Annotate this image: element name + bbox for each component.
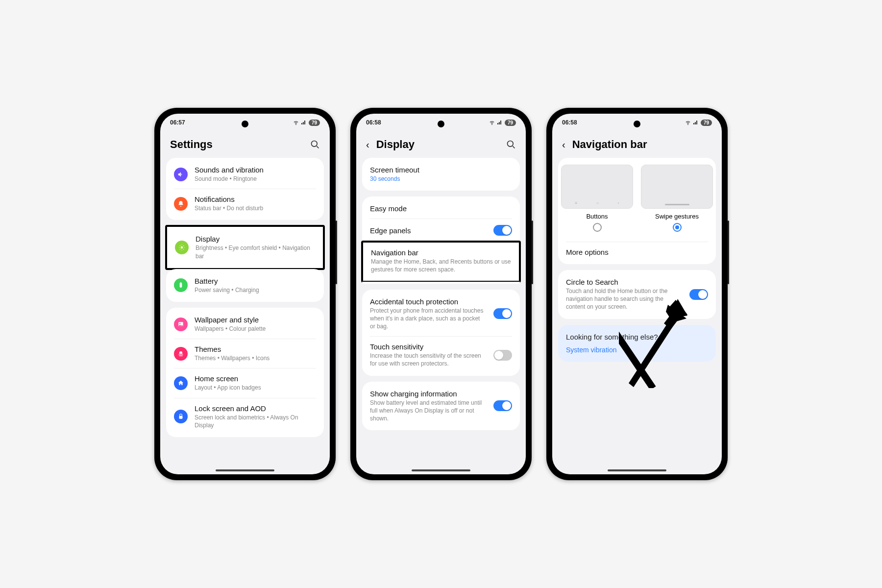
page-title: Display bbox=[376, 138, 499, 151]
screen: 06:58 79 ‹ Display Screen timeout 30 sec… bbox=[356, 114, 526, 474]
lock-screen-row[interactable]: Lock screen and AOD Screen lock and biom… bbox=[166, 398, 324, 435]
lock-icon bbox=[174, 410, 188, 423]
bell-icon bbox=[174, 197, 188, 211]
page-header: Settings bbox=[160, 131, 330, 158]
edge-panels-toggle[interactable] bbox=[493, 225, 512, 236]
phone-navbar: 06:58 79 ‹ Navigation bar ≡○‹ Buttons bbox=[546, 108, 728, 480]
easy-mode-row[interactable]: Easy mode bbox=[362, 198, 520, 219]
status-icons: 79 bbox=[293, 120, 320, 126]
battery-icon bbox=[174, 278, 188, 292]
navigation-bar-row[interactable]: Navigation bar Manage the Home, Back, an… bbox=[363, 243, 519, 280]
sounds-and-vibration-row[interactable]: Sounds and vibration Sound mode • Ringto… bbox=[166, 160, 324, 189]
screen: 06:58 79 ‹ Navigation bar ≡○‹ Buttons bbox=[552, 114, 722, 474]
themes-row[interactable]: Themes Themes • Wallpapers • Icons bbox=[166, 339, 324, 368]
row-subtitle: Layout • App icon badges bbox=[195, 384, 316, 392]
row-subtitle: Touch and hold the Home button or the na… bbox=[566, 287, 683, 311]
screen-timeout-row[interactable]: Screen timeout 30 seconds bbox=[362, 160, 520, 189]
status-time: 06:58 bbox=[562, 119, 577, 126]
accidental-touch-toggle[interactable] bbox=[493, 308, 512, 319]
row-subtitle: Brightness • Eye comfort shield • Naviga… bbox=[196, 244, 315, 260]
row-title: More options bbox=[566, 248, 708, 256]
svg-rect-2 bbox=[180, 283, 182, 288]
row-title: Wallpaper and style bbox=[195, 316, 316, 324]
nav-type-card: ≡○‹ Buttons Swipe gestures bbox=[558, 158, 716, 264]
signal-icon bbox=[497, 120, 503, 125]
gesture-handle[interactable] bbox=[412, 469, 470, 471]
charging-info-row[interactable]: Show charging information Show battery l… bbox=[362, 384, 520, 429]
battery-row[interactable]: Battery Power saving • Charging bbox=[166, 271, 324, 300]
row-title: Edge panels bbox=[370, 226, 487, 235]
status-icons: 79 bbox=[489, 120, 516, 126]
row-title: Accidental touch protection bbox=[370, 297, 487, 306]
svg-rect-6 bbox=[179, 416, 183, 419]
phone-settings: 06:57 79 Settings Sounds and vibration S… bbox=[154, 108, 336, 480]
image-icon bbox=[174, 318, 188, 331]
gesture-handle[interactable] bbox=[216, 469, 274, 471]
camera-hole-icon bbox=[438, 121, 444, 127]
home-screen-row[interactable]: Home screen Layout • App icon badges bbox=[166, 368, 324, 397]
row-title: Themes bbox=[195, 345, 316, 353]
search-icon[interactable] bbox=[506, 140, 516, 149]
camera-hole-icon bbox=[634, 121, 640, 127]
notifications-row[interactable]: Notifications Status bar • Do not distur… bbox=[166, 189, 324, 218]
wallpaper-row[interactable]: Wallpaper and style Wallpapers • Colour … bbox=[166, 310, 324, 339]
row-subtitle: Power saving • Charging bbox=[195, 286, 316, 294]
row-subtitle: Status bar • Do not disturb bbox=[195, 204, 316, 212]
row-title: Touch sensitivity bbox=[370, 343, 487, 351]
svg-point-0 bbox=[312, 141, 318, 147]
swipe-option[interactable]: Swipe gestures bbox=[641, 165, 713, 234]
edge-panels-row[interactable]: Edge panels bbox=[362, 219, 520, 242]
row-subtitle: Increase the touch sensitivity of the sc… bbox=[370, 352, 487, 368]
page-title: Settings bbox=[170, 138, 303, 151]
row-title: Sounds and vibration bbox=[195, 166, 316, 174]
display-list: Screen timeout 30 seconds Easy mode Edge… bbox=[356, 158, 526, 474]
swipe-radio[interactable] bbox=[673, 223, 682, 232]
more-options-row[interactable]: More options bbox=[558, 242, 716, 262]
svg-point-5 bbox=[179, 323, 180, 324]
accidental-touch-row[interactable]: Accidental touch protection Protect your… bbox=[362, 292, 520, 337]
row-title: Lock screen and AOD bbox=[195, 404, 316, 413]
display-card: Show charging information Show battery l… bbox=[362, 382, 520, 431]
page-title: Navigation bar bbox=[572, 138, 712, 151]
row-title: Battery bbox=[195, 277, 316, 285]
status-time: 06:57 bbox=[170, 119, 185, 126]
camera-hole-icon bbox=[242, 121, 248, 127]
row-subtitle: Show battery level and estimated time un… bbox=[370, 399, 487, 423]
circle-to-search-row[interactable]: Circle to Search Touch and hold the Home… bbox=[558, 272, 716, 317]
buttons-option[interactable]: ≡○‹ Buttons bbox=[561, 165, 633, 234]
circle-to-search-toggle[interactable] bbox=[689, 289, 708, 300]
battery-badge: 79 bbox=[505, 120, 516, 126]
row-title: Home screen bbox=[195, 374, 316, 383]
row-subtitle: Screen lock and biometrics • Always On D… bbox=[195, 414, 316, 429]
display-row-highlight: Display Brightness • Eye comfort shield … bbox=[165, 225, 325, 270]
row-subtitle: Protect your phone from accidental touch… bbox=[370, 307, 487, 331]
buttons-radio[interactable] bbox=[593, 223, 602, 232]
settings-card: Wallpaper and style Wallpapers • Colour … bbox=[166, 308, 324, 437]
row-subtitle: Sound mode • Ringtone bbox=[195, 175, 316, 183]
charging-info-toggle[interactable] bbox=[493, 400, 512, 411]
status-time: 06:58 bbox=[366, 119, 381, 126]
navbar-content: ≡○‹ Buttons Swipe gestures bbox=[552, 158, 722, 474]
display-card bbox=[362, 282, 520, 284]
back-icon[interactable]: ‹ bbox=[562, 139, 565, 150]
info-title: Looking for something else? bbox=[566, 333, 708, 341]
system-vibration-link[interactable]: System vibration bbox=[566, 346, 708, 354]
row-title: Notifications bbox=[195, 195, 316, 203]
touch-sensitivity-toggle[interactable] bbox=[493, 350, 512, 361]
display-row[interactable]: Display Brightness • Eye comfort shield … bbox=[167, 229, 323, 266]
svg-point-1 bbox=[181, 246, 183, 249]
wifi-icon bbox=[489, 120, 495, 125]
display-card: Accidental touch protection Protect your… bbox=[362, 290, 520, 376]
row-title: Circle to Search bbox=[566, 278, 683, 286]
gesture-handle[interactable] bbox=[608, 469, 666, 471]
touch-sensitivity-row[interactable]: Touch sensitivity Increase the touch sen… bbox=[362, 337, 520, 373]
screen: 06:57 79 Settings Sounds and vibration S… bbox=[160, 114, 330, 474]
home-icon bbox=[174, 376, 188, 390]
search-icon[interactable] bbox=[310, 140, 320, 149]
settings-card: Battery Power saving • Charging bbox=[166, 269, 324, 302]
back-icon[interactable]: ‹ bbox=[366, 139, 369, 150]
signal-icon bbox=[301, 120, 307, 125]
page-header: ‹ Navigation bar bbox=[552, 131, 722, 158]
row-subtitle: Themes • Wallpapers • Icons bbox=[195, 354, 316, 362]
row-title: Screen timeout bbox=[370, 166, 512, 174]
